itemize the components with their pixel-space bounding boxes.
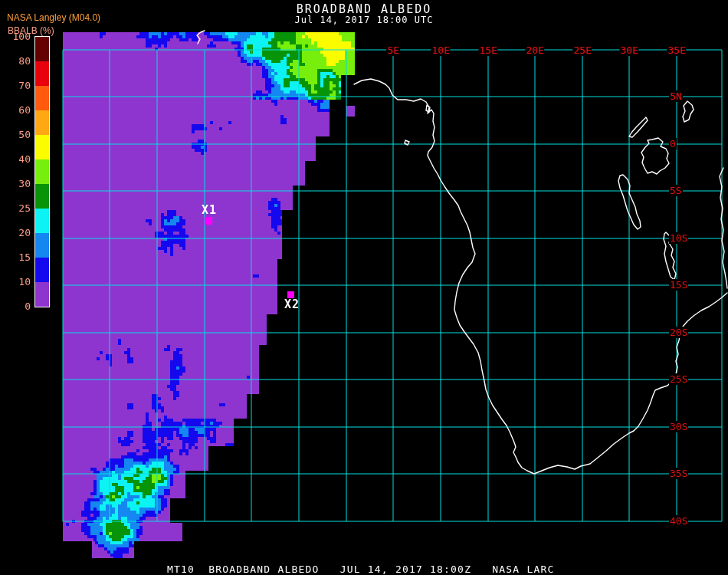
lon-label: 20E — [525, 44, 544, 56]
lon-label: 10E — [431, 44, 450, 56]
lon-label: 35E — [667, 44, 686, 56]
lat-label: 20S — [669, 327, 688, 338]
legend-tick: 20 — [2, 228, 31, 238]
lat-label: 35S — [669, 468, 688, 479]
coastline-overlay — [0, 0, 728, 575]
legend-swatch — [35, 209, 49, 233]
legend-tick: 80 — [2, 56, 31, 67]
bioko-island — [426, 105, 430, 112]
legend-tick: 30 — [2, 179, 31, 189]
lon-label: 5E — [386, 44, 400, 56]
timestamp: Jul 14, 2017 18:00 UTC — [0, 15, 728, 25]
marker-square-x1 — [205, 217, 212, 225]
legend-tick: 50 — [2, 130, 31, 140]
legend-swatch — [35, 282, 49, 307]
legend-tick: 60 — [2, 105, 31, 116]
legend-swatch — [35, 159, 49, 184]
legend-tick: 0 — [2, 301, 31, 312]
lake-albert — [629, 117, 648, 137]
legend-tick: 15 — [2, 252, 31, 263]
lat-label: 15S — [669, 279, 688, 291]
albedo-map-viewer: BROADBAND ALBEDO Jul 14, 2017 18:00 UTC … — [0, 0, 728, 575]
lon-label: 30E — [619, 44, 638, 56]
sao-tome-island — [405, 140, 409, 145]
legend-tick: 10 — [2, 277, 31, 288]
lat-label: 25S — [669, 373, 688, 385]
source-label: NASA Langley (M04.0) — [7, 12, 100, 23]
marker-label-x1: X1 — [202, 205, 217, 216]
legend-swatch — [35, 86, 49, 110]
lat-label: 10S — [669, 232, 688, 244]
lat-label: 0 — [669, 138, 677, 150]
lat-label: 5S — [669, 185, 683, 196]
legend-swatch — [35, 135, 49, 159]
screenshot-root: { "header": { "title": "BROADBAND ALBEDO… — [0, 0, 728, 575]
lake-tanganyika — [618, 175, 641, 229]
footer-caption: MT10 BROADBAND ALBEDO JUL 14, 2017 18:00… — [167, 564, 555, 575]
legend-tick: 100 — [2, 31, 31, 42]
lat-label: 5N — [669, 90, 683, 102]
color-legend-bar — [34, 36, 50, 307]
nw-coast-fragment — [197, 31, 205, 44]
legend-swatch — [35, 37, 49, 61]
legend-swatch — [35, 61, 49, 86]
lake-victoria — [641, 138, 669, 174]
marker-label-x2: X2 — [284, 299, 300, 310]
lake-turkana — [683, 101, 694, 122]
legend-tick: 40 — [2, 154, 31, 165]
lon-label: 25E — [572, 44, 592, 56]
legend-swatch — [35, 110, 49, 135]
legend-tick: 70 — [2, 80, 31, 91]
legend-swatch — [35, 184, 49, 209]
lat-label: 40S — [669, 515, 688, 527]
legend-swatch — [35, 233, 49, 258]
lon-label: 15E — [478, 44, 497, 56]
lat-label: 30S — [669, 421, 688, 432]
legend-swatch — [35, 258, 49, 282]
east-coast-segment — [720, 168, 727, 288]
legend-tick: 25 — [2, 203, 31, 214]
